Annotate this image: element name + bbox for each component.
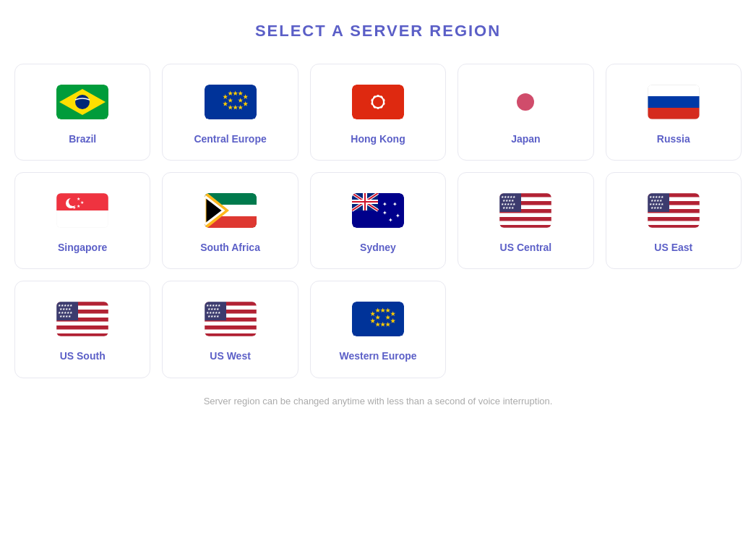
- flag-sydney: ✦ ✦ ✦ ✦ ✦: [352, 193, 404, 228]
- svg-rect-78: [648, 217, 700, 221]
- region-card-us-east[interactable]: ★★★★★ ★★★★ ★★★★★ ★★★★ US East: [606, 172, 742, 269]
- flag-hong-kong: [352, 85, 404, 119]
- svg-point-22: [373, 97, 383, 107]
- region-card-brazil[interactable]: Brazil: [14, 64, 150, 161]
- region-label-central-europe: Central Europe: [194, 132, 266, 145]
- region-label-us-central: US Central: [500, 241, 552, 254]
- region-card-hong-kong[interactable]: Hong Kong: [310, 64, 446, 161]
- region-label-us-east: US East: [654, 241, 692, 254]
- flag-russia: [648, 85, 700, 119]
- svg-text:★: ★: [77, 204, 80, 208]
- region-card-singapore[interactable]: ★ ★ ★ ★ ★ Singapore: [14, 172, 150, 269]
- flag-us-west: ★★★★★ ★★★★ ★★★★★ ★★★★: [205, 302, 257, 336]
- region-card-sydney[interactable]: ✦ ✦ ✦ ✦ ✦ Sydney: [310, 172, 446, 269]
- region-grid-row1: Brazil: [14, 64, 742, 161]
- svg-text:✦: ✦: [395, 213, 400, 219]
- footer-note: Server region can be changed anytime wit…: [14, 396, 742, 407]
- region-card-us-south[interactable]: ★★★★★ ★★★★ ★★★★★ ★★★★ US South: [14, 281, 150, 378]
- region-card-western-europe[interactable]: Western Europe: [310, 281, 446, 378]
- svg-text:★★★★: ★★★★: [59, 314, 72, 318]
- grid-empty-5: [606, 281, 742, 378]
- svg-rect-28: [648, 108, 700, 119]
- svg-rect-26: [648, 85, 700, 96]
- region-card-south-africa[interactable]: South Africa: [162, 172, 298, 269]
- svg-rect-110: [352, 302, 404, 336]
- region-label-brazil: Brazil: [69, 132, 96, 145]
- region-label-western-europe: Western Europe: [339, 349, 416, 362]
- region-label-us-west: US West: [210, 349, 251, 362]
- svg-rect-56: [352, 201, 378, 203]
- svg-rect-91: [56, 333, 108, 336]
- flag-central-europe: [205, 85, 257, 119]
- svg-rect-27: [648, 96, 700, 108]
- svg-text:★★★★: ★★★★: [650, 205, 663, 210]
- region-label-south-africa: South Africa: [200, 241, 260, 254]
- flag-us-south: ★★★★★ ★★★★ ★★★★★ ★★★★: [56, 302, 108, 336]
- region-label-hong-kong: Hong Kong: [351, 132, 405, 145]
- main-container: SELECT A SERVER REGION Brazil: [14, 22, 742, 407]
- svg-rect-66: [499, 217, 551, 221]
- svg-rect-102: [205, 325, 257, 330]
- svg-text:✦: ✦: [382, 201, 387, 208]
- svg-text:✦: ✦: [382, 210, 387, 216]
- region-label-singapore: Singapore: [58, 241, 107, 254]
- svg-rect-103: [205, 333, 257, 336]
- svg-text:★: ★: [80, 200, 84, 205]
- svg-rect-79: [648, 225, 700, 228]
- region-label-sydney: Sydney: [360, 241, 396, 254]
- region-card-japan[interactable]: Japan: [458, 64, 593, 161]
- svg-rect-3: [205, 85, 257, 119]
- flag-us-east: ★★★★★ ★★★★ ★★★★★ ★★★★: [648, 193, 700, 228]
- region-card-us-west[interactable]: ★★★★★ ★★★★ ★★★★★ ★★★★ US West: [162, 281, 298, 378]
- svg-text:★: ★: [68, 204, 72, 208]
- region-grid-row3: ★★★★★ ★★★★ ★★★★★ ★★★★ US South: [14, 281, 742, 378]
- grid-empty-4: [458, 281, 593, 378]
- page-title: SELECT A SERVER REGION: [14, 22, 742, 41]
- region-label-us-south: US South: [60, 349, 106, 362]
- region-card-central-europe[interactable]: Central Europe: [162, 64, 298, 161]
- region-label-russia: Russia: [657, 132, 690, 145]
- flag-singapore: ★ ★ ★ ★ ★: [56, 193, 108, 228]
- svg-rect-31: [56, 210, 108, 228]
- svg-text:✦: ✦: [388, 217, 393, 224]
- flag-brazil: [56, 85, 108, 119]
- region-label-japan: Japan: [511, 132, 540, 145]
- flag-japan: [499, 85, 551, 119]
- svg-point-2: [75, 95, 90, 109]
- svg-text:★: ★: [72, 205, 76, 210]
- region-card-russia[interactable]: Russia: [606, 64, 742, 161]
- svg-rect-90: [56, 325, 108, 330]
- svg-text:★★★★: ★★★★: [502, 205, 515, 210]
- region-card-us-central[interactable]: ★★★★★ ★★★★ ★★★★★ ★★★★ US Central: [458, 172, 593, 269]
- svg-point-24: [517, 93, 534, 111]
- svg-rect-67: [499, 225, 551, 228]
- region-grid-row2: ★ ★ ★ ★ ★ Singapore: [14, 172, 742, 269]
- flag-south-africa: [205, 193, 257, 228]
- svg-text:★★★★: ★★★★: [207, 314, 220, 318]
- svg-text:✦: ✦: [392, 201, 398, 208]
- flag-western-europe: [352, 302, 404, 336]
- flag-us-central: ★★★★★ ★★★★ ★★★★★ ★★★★: [499, 193, 551, 228]
